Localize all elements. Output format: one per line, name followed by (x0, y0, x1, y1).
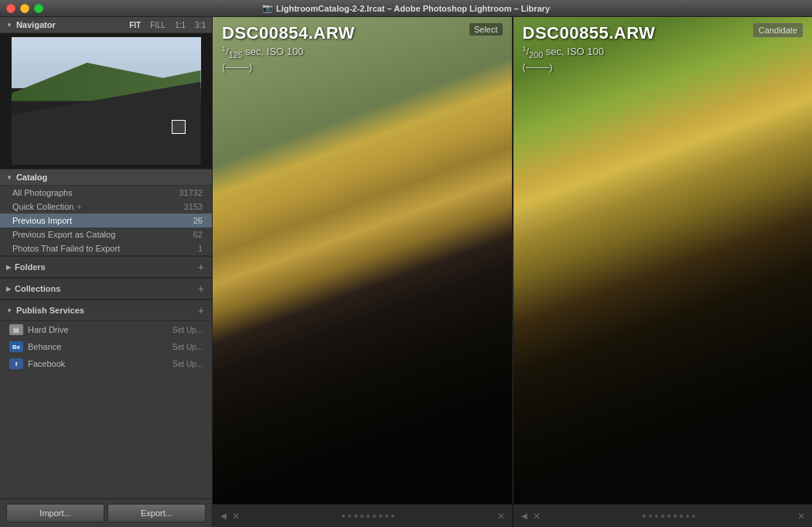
zoom-fit[interactable]: FIT (129, 21, 141, 29)
filmstrip-left-dots (342, 515, 394, 518)
publish-services-collapse-icon: ▼ (6, 307, 12, 314)
left-filename: DSC00854.ARW (222, 23, 355, 43)
left-meta: 1/125 sec, ISO 100 (222, 45, 355, 60)
folders-label: Folders (15, 262, 46, 272)
select-label: Select (469, 23, 503, 36)
behance-label: Behance (28, 342, 61, 351)
window-title: LightroomCatalog-2-2.lrcat – Adobe Photo… (276, 4, 550, 13)
publish-services-add-button[interactable]: + (196, 304, 206, 317)
navigator-label: Navigator (16, 20, 56, 29)
photo-info-right: DSC00855.ARW 1/200 sec, ISO 100 (—-—) (523, 23, 656, 73)
behance-icon: Be (9, 341, 23, 352)
navigator-focus-box[interactable] (172, 120, 186, 134)
folders-add-button[interactable]: + (196, 261, 206, 273)
left-shutter-den: 125 (229, 50, 243, 60)
catalog-all-photographs-count: 31732 (179, 188, 203, 197)
catalog-header[interactable]: ▼ Catalog (0, 169, 212, 186)
import-button[interactable]: Import... (6, 504, 104, 522)
failed-export-label: Photos That Failed to Export (12, 244, 198, 253)
catalog-section: ▼ Catalog All Photographs 31732 Quick Co… (0, 169, 212, 255)
navigator-section: ▼ Navigator FIT FILL 1:1 3:1 (0, 17, 212, 169)
right-shutter-num: 1 (523, 45, 527, 53)
collections-collapse-icon: ▶ (6, 286, 11, 293)
hard-drive-setup-button[interactable]: Set Up... (172, 326, 203, 334)
failed-export-count: 1 (198, 244, 203, 253)
sidebar: ▼ Navigator FIT FILL 1:1 3:1 (0, 17, 213, 527)
minimize-button[interactable] (20, 4, 29, 13)
publish-facebook[interactable]: f Facebook Set Up... (0, 355, 212, 372)
collections-add-button[interactable]: + (196, 282, 206, 295)
filmstrip-right-pane: ◀ ✕ ✕ (512, 505, 813, 527)
maximize-button[interactable] (34, 4, 43, 13)
filmstrip-left-scroll[interactable] (242, 515, 495, 518)
main-content: DSC00854.ARW 1/125 sec, ISO 100 (—-—) Se… (213, 17, 812, 527)
window-controls (6, 4, 43, 13)
filmstrip-right-dots (643, 515, 695, 518)
folders-header[interactable]: ▶ Folders + (0, 256, 212, 278)
filmstrip-left-x[interactable]: ✕ (495, 510, 507, 522)
sidebar-bottom: Import... Export... (0, 498, 212, 527)
filmstrip-right-x[interactable]: ✕ (795, 510, 807, 522)
catalog-label: Catalog (16, 173, 47, 182)
catalog-previous-import[interactable]: Previous Import 26 (0, 214, 212, 228)
compare-pane-right[interactable]: DSC00855.ARW 1/200 sec, ISO 100 (—-—) Ca… (512, 17, 813, 504)
catalog-previous-export[interactable]: Previous Export as Catalog 62 (0, 228, 212, 241)
left-iso: ISO 100 (267, 46, 304, 57)
facebook-icon: f (9, 358, 23, 369)
hard-drive-label: Hard Drive (28, 325, 69, 334)
zoom-1to1[interactable]: 1:1 (175, 21, 186, 29)
navigator-preview (0, 33, 212, 169)
filmstrip-right-scroll[interactable] (543, 515, 796, 518)
catalog-all-photographs-label: All Photographs (12, 188, 179, 197)
right-shutter-den: 200 (529, 50, 543, 60)
hard-drive-icon: ▤ (9, 324, 23, 335)
catalog-collapse-icon: ▼ (6, 174, 12, 181)
publish-hard-drive[interactable]: ▤ Hard Drive Set Up... (0, 321, 212, 338)
behance-setup-button[interactable]: Set Up... (172, 343, 203, 351)
filmstrip: ◀ ✕ ✕ (213, 504, 812, 527)
publish-services-header[interactable]: ▼ Publish Services + (0, 299, 212, 321)
zoom-3to1[interactable]: 3:1 (195, 21, 206, 29)
candidate-label: Candidate (753, 23, 803, 37)
right-iso: ISO 100 (567, 46, 604, 57)
navigator-header[interactable]: ▼ Navigator FIT FILL 1:1 3:1 (0, 17, 212, 33)
filmstrip-left-close[interactable]: ✕ (230, 510, 242, 522)
facebook-setup-button[interactable]: Set Up... (172, 360, 203, 368)
photo-right: DSC00855.ARW 1/200 sec, ISO 100 (—-—) Ca… (513, 17, 813, 504)
collections-section: ▶ Collections + (0, 278, 212, 299)
photo-left: DSC00854.ARW 1/125 sec, ISO 100 (—-—) Se… (213, 17, 512, 504)
left-rating: (—-—) (222, 61, 355, 73)
zoom-fill[interactable]: FILL (150, 21, 165, 29)
quick-collection-count: 3153 (184, 202, 203, 211)
photo-info-left: DSC00854.ARW 1/125 sec, ISO 100 (—-—) (222, 23, 355, 73)
catalog-quick-collection[interactable]: Quick Collection + 3153 (0, 200, 212, 214)
compare-pane-left[interactable]: DSC00854.ARW 1/125 sec, ISO 100 (—-—) Se… (213, 17, 512, 504)
quick-collection-plus[interactable]: + (77, 203, 81, 211)
filmstrip-left-pane: ◀ ✕ ✕ (213, 505, 512, 527)
catalog-failed-export[interactable]: Photos That Failed to Export 1 (0, 241, 212, 255)
navigator-thumbnail[interactable] (12, 37, 201, 165)
folders-section: ▶ Folders + (0, 256, 212, 278)
main-layout: ▼ Navigator FIT FILL 1:1 3:1 (0, 17, 812, 527)
close-button[interactable] (6, 4, 15, 13)
titlebar: 📷 LightroomCatalog-2-2.lrcat – Adobe Pho… (0, 0, 812, 17)
right-rating: (—-—) (523, 61, 656, 73)
left-shutter-num: 1 (222, 45, 226, 53)
collections-label: Collections (15, 284, 60, 293)
previous-export-label: Previous Export as Catalog (12, 230, 193, 239)
previous-import-count: 26 (193, 216, 203, 225)
folders-collapse-icon: ▶ (6, 264, 11, 271)
publish-behance[interactable]: Be Behance Set Up... (0, 338, 212, 355)
right-meta: 1/200 sec, ISO 100 (523, 45, 656, 60)
facebook-label: Facebook (28, 359, 65, 368)
filmstrip-right-close[interactable]: ✕ (531, 510, 543, 522)
catalog-all-photographs[interactable]: All Photographs 31732 (0, 186, 212, 200)
previous-import-label: Previous Import (12, 216, 193, 225)
collections-header[interactable]: ▶ Collections + (0, 278, 212, 299)
previous-export-count: 62 (193, 230, 203, 239)
filmstrip-right-expand[interactable]: ◀ (518, 510, 531, 522)
compare-area: DSC00854.ARW 1/125 sec, ISO 100 (—-—) Se… (213, 17, 812, 504)
right-filename: DSC00855.ARW (523, 23, 656, 43)
filmstrip-left-expand[interactable]: ◀ (217, 510, 230, 522)
export-button[interactable]: Export... (107, 504, 206, 522)
